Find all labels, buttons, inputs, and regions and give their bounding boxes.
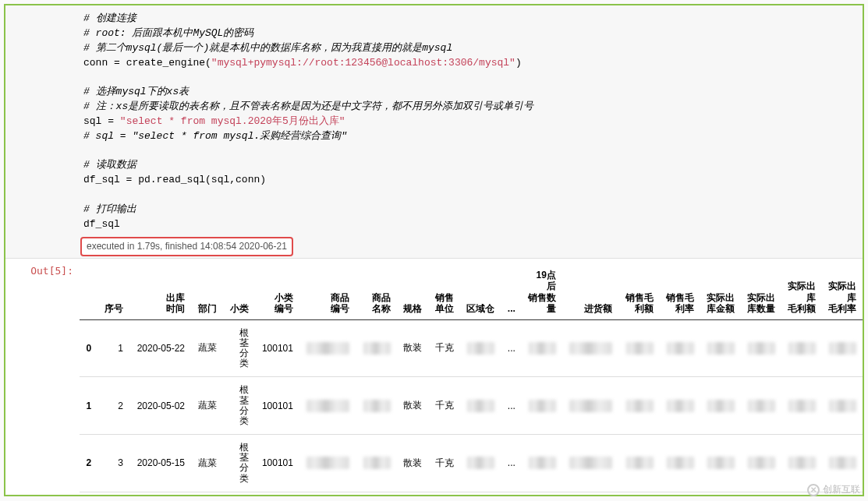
- cell-blurred: [460, 319, 501, 377]
- cell-seq: 1: [97, 319, 129, 377]
- cell-index: 1: [80, 377, 97, 435]
- watermark-logo-icon: ✕: [807, 484, 820, 496]
- code-comment: # 选择mysql下的xs表: [83, 85, 856, 100]
- code-cell[interactable]: # 创建连接 # root: 后面跟本机中MySQL的密码 # 第二个mysql…: [5, 5, 863, 259]
- col-gross-rate: 销售毛利率: [660, 265, 700, 319]
- col-ellipsis: ...: [501, 265, 522, 319]
- cell-blurred: [356, 435, 396, 492]
- cell-seq: 2: [97, 377, 129, 435]
- cell-subclass: 根茎分类: [223, 435, 255, 492]
- code-comment: # 第二个mysql(最后一个)就是本机中的数据库名称，因为我直接用的就是mys…: [83, 41, 856, 56]
- cell-blurred: [299, 319, 356, 377]
- cell-blurred: [356, 377, 396, 435]
- cell-blurred: [460, 435, 501, 492]
- cell-blurred: [299, 377, 356, 435]
- cell-dept: 蔬菜: [191, 435, 223, 492]
- col-prodcode: 商品编号: [299, 265, 356, 319]
- cell-blurred: [618, 435, 659, 492]
- dataframe-table-wrap[interactable]: 序号 出库时间 部门 小类 小类编号 商品编号 商品名称 规格 销售单位 区域仓…: [80, 265, 863, 492]
- cell-subcode: 100101: [255, 377, 299, 435]
- cell-blurred: [356, 319, 396, 377]
- blank-line: [83, 188, 856, 203]
- col-gross-profit: 销售毛利额: [618, 265, 659, 319]
- cell-ellipsis: ...: [501, 319, 522, 377]
- cell-blurred: [741, 435, 781, 492]
- table-header-row: 序号 出库时间 部门 小类 小类编号 商品编号 商品名称 规格 销售单位 区域仓…: [80, 265, 863, 319]
- cell-blurred: [660, 377, 700, 435]
- out-prompt: Out[5]:: [5, 265, 80, 492]
- cell-blurred: [660, 319, 700, 377]
- cell-index: 2: [80, 435, 97, 492]
- cell-blurred: [822, 319, 863, 377]
- cell-blurred: [460, 377, 501, 435]
- table-row: 1 2 2020-05-02 蔬菜 根茎分类 100101 散装 千克 ...: [80, 377, 863, 435]
- cell-unit: 千克: [428, 435, 460, 492]
- watermark: ✕ 创新互联: [807, 483, 860, 496]
- col-date: 出库时间: [129, 265, 191, 319]
- cell-blurred: [522, 319, 562, 377]
- blank-line: [83, 70, 856, 85]
- col-unit: 销售单位: [428, 265, 460, 319]
- code-comment: # root: 后面跟本机中MySQL的密码: [83, 26, 856, 41]
- code-comment: # 打印输出: [83, 203, 856, 217]
- col-index: [80, 265, 97, 319]
- cell-blurred: [741, 319, 781, 377]
- cell-unit: 千克: [428, 319, 460, 377]
- table-row: 0 1 2020-05-22 蔬菜 根茎分类 100101 散装 千克 ...: [80, 319, 863, 377]
- cell-index: 0: [80, 319, 97, 377]
- cell-seq: 3: [97, 435, 129, 492]
- cell-dept: 蔬菜: [191, 319, 223, 377]
- col-subclass: 小类: [223, 265, 255, 319]
- cell-blurred: [781, 377, 822, 435]
- cell-subclass: 根茎分类: [223, 319, 255, 377]
- cell-blurred: [562, 319, 619, 377]
- col-spec: 规格: [397, 265, 429, 319]
- col-actual-gpr: 实际出库毛利率: [822, 265, 863, 319]
- col-actual-qty: 实际出库数量: [741, 265, 781, 319]
- cell-blurred: [299, 435, 356, 492]
- table-row: 2 3 2020-05-15 蔬菜 根茎分类 100101 散装 千克 ...: [80, 435, 863, 492]
- cell-spec: 散装: [397, 435, 429, 492]
- col-subcode: 小类编号: [255, 265, 299, 319]
- cell-date: 2020-05-22: [129, 319, 191, 377]
- col-dept: 部门: [191, 265, 223, 319]
- col-purchase: 进货额: [562, 265, 619, 319]
- cell-unit: 千克: [428, 377, 460, 435]
- cell-blurred: [700, 435, 741, 492]
- code-comment: # sql = "select * from mysql.采购经营综合查询": [83, 129, 856, 144]
- col-region: 区域仓: [460, 265, 501, 319]
- col-seq: 序号: [97, 265, 129, 319]
- cell-spec: 散装: [397, 319, 429, 377]
- col-actual-gp: 实际出库毛利额: [781, 265, 822, 319]
- output-area: Out[5]: 序号 出库时间 部门 小类 小类编号 商品编号 商品名称 规格 …: [5, 259, 863, 492]
- cell-dept: 蔬菜: [191, 377, 223, 435]
- cell-subcode: 100101: [255, 435, 299, 492]
- cell-spec: 散装: [397, 377, 429, 435]
- code-comment: # 注：xs是所要读取的表名称，且不管表名称是因为还是中文字符，都不用另外添加双…: [83, 100, 856, 115]
- code-line: df_sql: [83, 217, 856, 232]
- dataframe-table: 序号 出库时间 部门 小类 小类编号 商品编号 商品名称 规格 销售单位 区域仓…: [80, 265, 863, 492]
- cell-blurred: [522, 435, 562, 492]
- cell-blurred: [562, 377, 619, 435]
- cell-subclass: 根茎分类: [223, 377, 255, 435]
- cell-blurred: [822, 377, 863, 435]
- cell-blurred: [781, 319, 822, 377]
- cell-blurred: [522, 377, 562, 435]
- col-qty19: 19点后销售数量: [522, 265, 562, 319]
- cell-blurred: [700, 377, 741, 435]
- cell-ellipsis: ...: [501, 435, 522, 492]
- cell-blurred: [660, 435, 700, 492]
- cell-blurred: [741, 377, 781, 435]
- cell-subcode: 100101: [255, 319, 299, 377]
- cell-blurred: [618, 377, 659, 435]
- watermark-text: 创新互联: [823, 483, 860, 496]
- cell-blurred: [618, 319, 659, 377]
- col-prodname: 商品名称: [356, 265, 396, 319]
- code-line: conn = create_engine("mysql+pymysql://ro…: [83, 56, 856, 71]
- code-comment: # 创建连接: [83, 12, 856, 26]
- col-actual-amt: 实际出库金额: [700, 265, 741, 319]
- code-comment: # 读取数据: [83, 158, 856, 173]
- cell-blurred: [700, 319, 741, 377]
- cell-ellipsis: ...: [501, 377, 522, 435]
- execution-info: executed in 1.79s, finished 14:08:54 202…: [80, 237, 293, 256]
